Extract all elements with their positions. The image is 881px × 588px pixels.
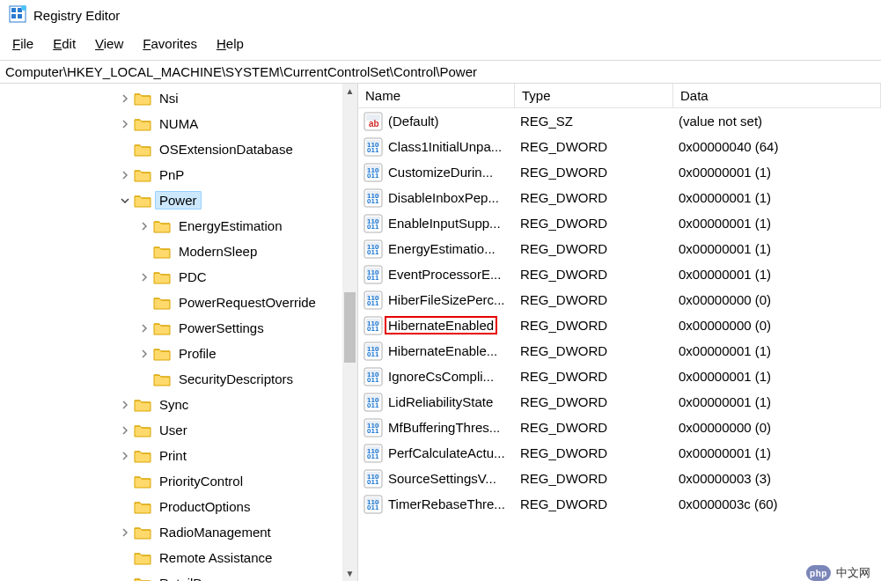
tree-item[interactable]: PriorityControl bbox=[0, 468, 357, 494]
scroll-thumb[interactable] bbox=[344, 292, 356, 363]
chevron-down-icon[interactable] bbox=[118, 194, 132, 208]
tree-item-label: Profile bbox=[174, 344, 221, 363]
chevron-right-icon[interactable] bbox=[118, 117, 132, 131]
value-data: 0x00000003 (3) bbox=[673, 471, 881, 486]
binary-value-icon bbox=[363, 342, 383, 361]
chevron-right-icon[interactable] bbox=[118, 168, 132, 182]
menu-favorites[interactable]: Favorites bbox=[143, 36, 197, 51]
tree-item[interactable]: PDC bbox=[0, 264, 357, 290]
tree-item[interactable]: User bbox=[0, 417, 357, 443]
chevron-right-icon[interactable] bbox=[137, 347, 151, 361]
list-row[interactable]: SourceSettingsV...REG_DWORD0x00000003 (3… bbox=[358, 466, 881, 491]
tree-item[interactable]: ProductOptions bbox=[0, 494, 357, 519]
value-type: REG_DWORD bbox=[515, 318, 673, 333]
svg-point-5 bbox=[21, 5, 26, 11]
folder-icon bbox=[153, 270, 171, 284]
binary-value-icon bbox=[363, 418, 383, 437]
binary-value-icon bbox=[363, 393, 383, 412]
list-row[interactable]: (Default)REG_SZ(value not set) bbox=[358, 108, 881, 134]
window-title: Registry Editor bbox=[33, 8, 120, 23]
chevron-right-icon[interactable] bbox=[137, 270, 151, 284]
list-row[interactable]: MfBufferingThres...REG_DWORD0x00000000 (… bbox=[358, 415, 881, 440]
binary-value-icon bbox=[363, 367, 383, 386]
value-type: REG_DWORD bbox=[515, 216, 673, 231]
tree-item[interactable]: EnergyEstimation bbox=[0, 213, 357, 239]
value-name-cell: (Default) bbox=[358, 112, 515, 131]
value-name-cell: PerfCalculateActu... bbox=[358, 444, 515, 463]
tree-item[interactable]: Print bbox=[0, 443, 357, 468]
address-text: Computer\HKEY_LOCAL_MACHINE\SYSTEM\Curre… bbox=[5, 64, 477, 79]
chevron-right-icon[interactable] bbox=[118, 92, 132, 106]
value-name: CustomizeDurin... bbox=[386, 165, 495, 180]
value-name: PerfCalculateActu... bbox=[386, 445, 507, 460]
column-name[interactable]: Name bbox=[358, 84, 515, 107]
list-row[interactable]: TimerRebaseThre...REG_DWORD0x0000003c (6… bbox=[358, 491, 881, 517]
tree-item[interactable]: RadioManagement bbox=[0, 519, 357, 545]
menu-view[interactable]: View bbox=[95, 36, 123, 51]
list-row[interactable]: IgnoreCsCompli...REG_DWORD0x00000001 (1) bbox=[358, 364, 881, 389]
value-name: HiberFileSizePerc... bbox=[386, 292, 507, 307]
value-name-cell: TimerRebaseThre... bbox=[358, 495, 515, 514]
scroll-down-icon[interactable]: ▼ bbox=[342, 566, 357, 581]
value-type: REG_DWORD bbox=[515, 369, 673, 384]
list-row[interactable]: PerfCalculateActu...REG_DWORD0x00000001 … bbox=[358, 440, 881, 466]
value-name-cell: HibernateEnabled bbox=[358, 316, 515, 335]
folder-icon bbox=[153, 219, 171, 233]
list-row[interactable]: HibernateEnabledREG_DWORD0x00000000 (0) bbox=[358, 312, 881, 338]
value-name: HibernateEnable... bbox=[386, 343, 499, 358]
chevron-right-icon[interactable] bbox=[118, 526, 132, 540]
value-data: 0x00000001 (1) bbox=[673, 216, 881, 231]
folder-icon bbox=[134, 577, 151, 582]
app-icon bbox=[9, 5, 26, 26]
list-row[interactable]: LidReliabilityStateREG_DWORD0x00000001 (… bbox=[358, 389, 881, 415]
chevron-right-icon[interactable] bbox=[137, 321, 151, 335]
list-row[interactable]: CustomizeDurin...REG_DWORD0x00000001 (1) bbox=[358, 159, 881, 185]
chevron-right-icon[interactable] bbox=[118, 423, 132, 437]
tree-item[interactable]: Remote Assistance bbox=[0, 545, 357, 570]
list-row[interactable]: HibernateEnable...REG_DWORD0x00000001 (1… bbox=[358, 338, 881, 364]
tree-item-label: User bbox=[155, 421, 192, 439]
tree-scrollbar[interactable]: ▲ ▼ bbox=[342, 84, 357, 581]
value-name-cell: MfBufferingThres... bbox=[358, 418, 515, 437]
list-row[interactable]: EnergyEstimatio...REG_DWORD0x00000001 (1… bbox=[358, 236, 881, 261]
folder-icon bbox=[153, 347, 171, 361]
column-type[interactable]: Type bbox=[515, 84, 673, 107]
chevron-right-icon[interactable] bbox=[118, 449, 132, 463]
value-data: 0x00000000 (0) bbox=[673, 318, 881, 333]
tree-item-label: EnergyEstimation bbox=[174, 217, 287, 235]
tree-item[interactable]: Sync bbox=[0, 392, 357, 417]
value-data: 0x00000000 (0) bbox=[673, 292, 881, 307]
menu-edit[interactable]: Edit bbox=[53, 36, 76, 51]
value-name: EnergyEstimatio... bbox=[386, 241, 497, 256]
list-row[interactable]: EnableInputSupp...REG_DWORD0x00000001 (1… bbox=[358, 210, 881, 236]
list-row[interactable]: HiberFileSizePerc...REG_DWORD0x00000000 … bbox=[358, 287, 881, 312]
tree-item[interactable]: Power bbox=[0, 187, 357, 213]
address-bar[interactable]: Computer\HKEY_LOCAL_MACHINE\SYSTEM\Curre… bbox=[0, 60, 881, 84]
value-type: REG_DWORD bbox=[515, 496, 673, 511]
value-name: (Default) bbox=[386, 114, 441, 129]
tree-item[interactable]: OSExtensionDatabase bbox=[0, 136, 357, 162]
list-row[interactable]: EventProcessorE...REG_DWORD0x00000001 (1… bbox=[358, 261, 881, 287]
value-name: HibernateEnabled bbox=[386, 318, 496, 333]
value-type: REG_DWORD bbox=[515, 292, 673, 307]
tree-item[interactable]: PnP bbox=[0, 162, 357, 187]
tree-item[interactable]: SecurityDescriptors bbox=[0, 366, 357, 392]
value-name: EnableInputSupp... bbox=[386, 216, 503, 231]
tree-item-label: SecurityDescriptors bbox=[174, 370, 297, 388]
menu-file[interactable]: File bbox=[12, 36, 33, 51]
tree-item[interactable]: NUMA bbox=[0, 111, 357, 136]
tree-item[interactable]: PowerRequestOverride bbox=[0, 290, 357, 315]
list-row[interactable]: Class1InitialUnpa...REG_DWORD0x00000040 … bbox=[358, 134, 881, 159]
tree-item[interactable]: Profile bbox=[0, 341, 357, 366]
chevron-right-icon[interactable] bbox=[118, 398, 132, 412]
list-row[interactable]: DisableInboxPep...REG_DWORD0x00000001 (1… bbox=[358, 185, 881, 210]
column-data[interactable]: Data bbox=[673, 84, 881, 107]
menu-help[interactable]: Help bbox=[217, 36, 244, 51]
tree-item[interactable]: PowerSettings bbox=[0, 315, 357, 341]
tree-item[interactable]: Nsi bbox=[0, 85, 357, 111]
scroll-track[interactable] bbox=[342, 99, 357, 566]
scroll-up-icon[interactable]: ▲ bbox=[342, 84, 357, 99]
tree-item[interactable]: ModernSleep bbox=[0, 239, 357, 264]
tree-item[interactable]: RetailDemo bbox=[0, 570, 357, 581]
chevron-right-icon[interactable] bbox=[137, 219, 151, 233]
